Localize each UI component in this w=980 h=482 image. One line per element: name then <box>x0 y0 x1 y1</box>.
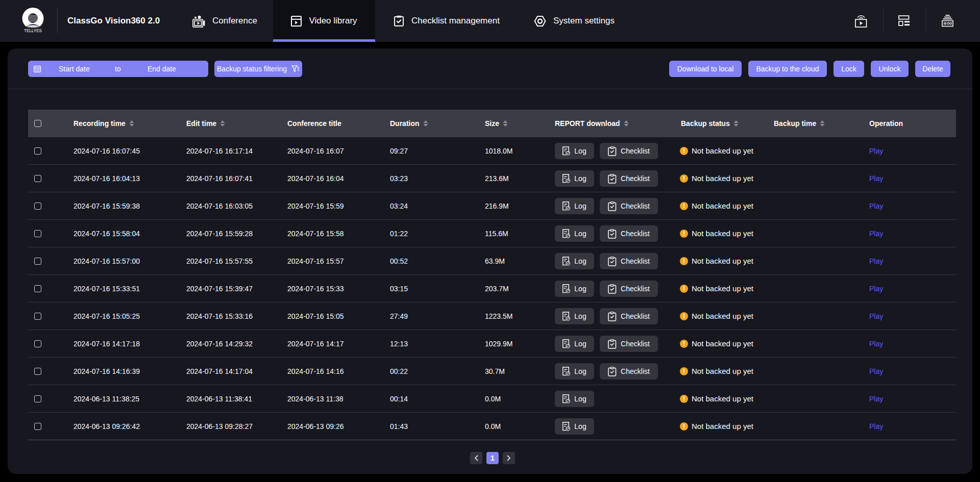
svg-text:TELLYES: TELLYES <box>24 28 42 33</box>
